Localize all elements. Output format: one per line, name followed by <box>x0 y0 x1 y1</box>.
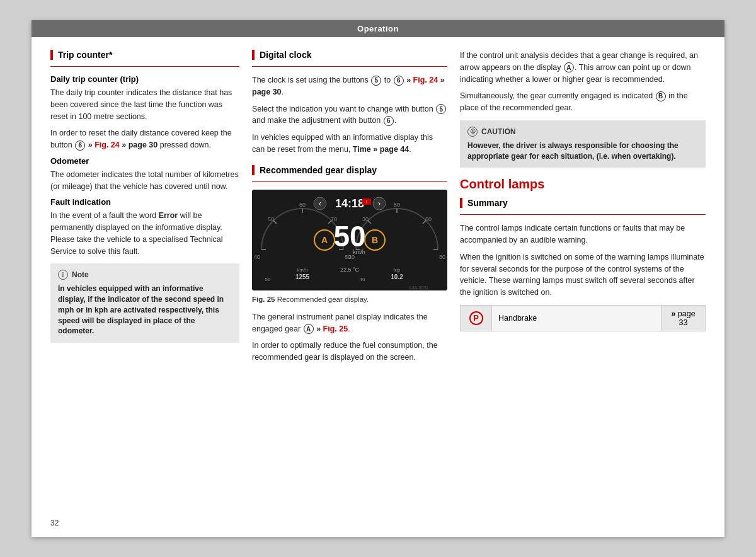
header-bar: Operation <box>32 20 724 37</box>
button-5-circle: 5 <box>371 76 381 86</box>
page-number: 32 <box>50 519 59 527</box>
fault-indication-title: Fault indication <box>50 197 239 207</box>
fig-caption-text: Recommended gear display. <box>277 296 369 303</box>
svg-text:50: 50 <box>333 220 365 253</box>
daily-trip-p1: The daily trip counter indicates the dis… <box>50 87 239 122</box>
odometer-title: Odometer <box>50 156 239 166</box>
svg-text:60: 60 <box>425 216 432 222</box>
caution-box: ① CAUTION However, the driver is always … <box>460 120 706 168</box>
svg-text:50: 50 <box>265 277 271 282</box>
caution-header: ① CAUTION <box>467 127 698 137</box>
divider-left <box>50 66 239 67</box>
fault-indication-p1: In the event of a fault the word Error w… <box>50 210 239 257</box>
gear-p1: The general instrument panel display ind… <box>252 311 447 335</box>
lamp-page-cell: » page 33 <box>662 305 706 331</box>
divider-right <box>460 214 706 215</box>
table-row: P Handbrake » page 33 <box>461 305 706 331</box>
divider-mid <box>252 66 447 67</box>
svg-text:km/h: km/h <box>297 267 307 273</box>
content-area: Trip counter* Daily trip counter (trip) … <box>32 37 724 381</box>
fig-caption: Fig. 25 Recommended gear display. <box>252 294 447 305</box>
svg-text:›: › <box>378 199 381 208</box>
control-lamps-heading: Control lamps <box>460 177 706 192</box>
svg-text:km/h: km/h <box>353 249 365 255</box>
svg-text:22.5 °C: 22.5 °C <box>340 267 360 273</box>
lamp-icon-cell: P <box>461 305 492 331</box>
summary-section-title: Summary <box>460 198 706 208</box>
control-lamps-p2: When the ignition is switched on some of… <box>460 251 706 299</box>
clock-p2: Select the indication you want to change… <box>252 103 447 127</box>
gear-display-image: 40 80 60 50 70 50 <box>252 190 447 290</box>
info-icon: i <box>58 270 68 280</box>
instrument-svg: 40 80 60 50 70 50 <box>252 190 447 290</box>
svg-text:80: 80 <box>439 254 445 260</box>
mid-column: Digital clock The clock is set using the… <box>252 50 447 369</box>
gear-a-circle: A <box>304 324 314 334</box>
display-a-circle: A <box>564 62 574 72</box>
svg-text:50: 50 <box>268 216 274 222</box>
svg-text:A: A <box>321 235 328 245</box>
note-text: In vehicles equipped with an informative… <box>58 284 232 336</box>
handbrake-icon: P <box>469 311 483 325</box>
caution-icon: ① <box>467 127 478 137</box>
svg-text:trip: trip <box>393 267 401 273</box>
button-5b-circle: 5 <box>436 104 446 114</box>
lamp-page-number: 33 <box>679 318 688 327</box>
display-b-circle: B <box>656 91 666 101</box>
clock-p1: The clock is set using the buttons 5 to … <box>252 74 447 98</box>
right-p1: If the control unit analysis decides tha… <box>460 50 706 85</box>
caution-text: However, the driver is always responsibl… <box>467 141 698 162</box>
button-6-circle2: 6 <box>394 76 404 86</box>
svg-text:AJA-0031: AJA-0031 <box>409 285 428 290</box>
left-column: Trip counter* Daily trip counter (trip) … <box>50 50 239 369</box>
trip-counter-section-title: Trip counter* <box>50 50 239 60</box>
page-arrow: » <box>671 309 675 318</box>
note-header: i Note <box>58 270 232 280</box>
control-lamps-p1: The control lamps indicate certain funct… <box>460 222 706 246</box>
clock-p3: In vehicles equipped with an informative… <box>252 132 447 156</box>
svg-text:14:18: 14:18 <box>335 197 364 210</box>
svg-text:10.2: 10.2 <box>391 273 403 280</box>
page: Operation Trip counter* Daily trip count… <box>32 20 724 537</box>
button-6b-circle: 6 <box>384 116 394 126</box>
daily-trip-p2: In order to reset the daily distance cov… <box>50 127 239 151</box>
lamp-name: Handbrake <box>498 314 537 323</box>
gear-section-title: Recommended gear display <box>252 165 447 175</box>
svg-text:B: B <box>372 235 378 245</box>
divider-gear <box>252 181 447 182</box>
odometer-p1: The odometer indicates the total number … <box>50 169 239 193</box>
lamp-name-cell: Handbrake <box>492 305 662 331</box>
daily-trip-title: Daily trip counter (trip) <box>50 74 239 84</box>
svg-text:1255: 1255 <box>295 273 310 280</box>
fig-number: Fig. 25 <box>252 296 275 303</box>
svg-text:40: 40 <box>254 254 260 260</box>
svg-text:50: 50 <box>394 202 400 208</box>
svg-text:‹: ‹ <box>319 199 321 208</box>
gear-p2: In order to optimally reduce the fuel co… <box>252 340 447 364</box>
right-column: If the control unit analysis decides tha… <box>460 50 706 369</box>
svg-text:60: 60 <box>299 202 306 208</box>
button-6-circle: 6 <box>75 141 85 151</box>
caution-label: CAUTION <box>481 127 516 136</box>
note-label: Note <box>72 270 89 279</box>
svg-text:!: ! <box>366 200 367 204</box>
header-title: Operation <box>357 24 399 33</box>
svg-text:40: 40 <box>360 277 365 282</box>
lamp-table: P Handbrake » page 33 <box>460 305 706 331</box>
note-box: i Note In vehicles equipped with an info… <box>50 263 239 343</box>
right-p2: Simultaneously, the gear currently engag… <box>460 90 706 114</box>
digital-clock-section-title: Digital clock <box>252 50 447 60</box>
